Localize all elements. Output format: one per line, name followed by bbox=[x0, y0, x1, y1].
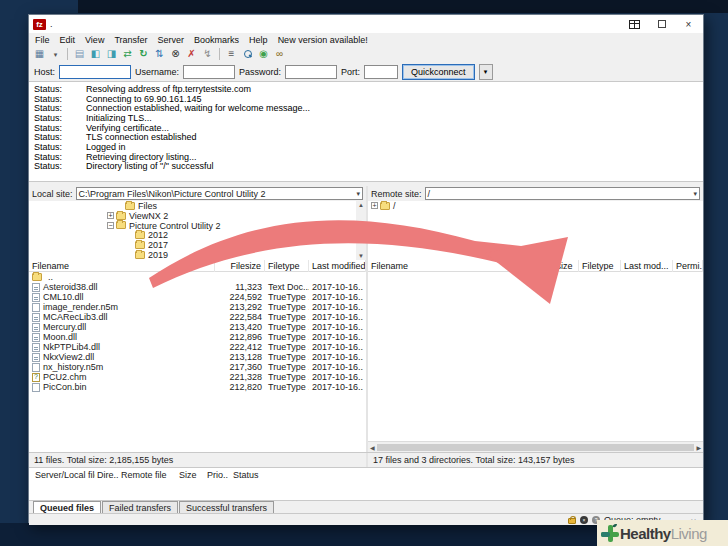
lock-icon[interactable] bbox=[568, 518, 576, 524]
menu-view[interactable]: View bbox=[85, 35, 104, 45]
file-row[interactable]: CML10.dll224,592TrueType ...2017-10-16.. bbox=[29, 292, 366, 302]
toolbar-separator bbox=[219, 48, 220, 60]
column-status[interactable]: Status bbox=[231, 470, 703, 480]
file-row[interactable]: NkPTPLib4.dll222,412TrueType ...2017-10-… bbox=[29, 342, 366, 352]
tab-successful-transfers[interactable]: Successful transfers bbox=[179, 501, 274, 513]
title-bar[interactable]: fz . × bbox=[29, 15, 703, 33]
expand-icon[interactable]: + bbox=[371, 202, 378, 209]
column-filesize[interactable]: Filesize bbox=[539, 260, 579, 272]
file-row-parent[interactable]: .. bbox=[29, 272, 366, 282]
remote-tree-pane[interactable]: +/ bbox=[368, 201, 703, 260]
column-direction[interactable]: Dire.. bbox=[95, 470, 119, 480]
file-row[interactable]: Moon.dll212,896TrueType ...2017-10-16.. bbox=[29, 332, 366, 342]
file-row[interactable]: NkxView2.dll213,128TrueType ...2017-10-1… bbox=[29, 352, 366, 362]
minimize-button[interactable] bbox=[628, 19, 641, 30]
log-row: Status:Resolving address of ftp.terrytes… bbox=[34, 84, 703, 94]
tree-item-2017[interactable]: 2017 bbox=[29, 240, 366, 250]
menu-server[interactable]: Server bbox=[158, 35, 185, 45]
remote-site-combobox[interactable]: / ▾ bbox=[425, 187, 700, 200]
refresh-button[interactable]: ↻ bbox=[137, 48, 150, 61]
reconnect-button[interactable]: ↯ bbox=[201, 48, 214, 61]
scroll-right-icon[interactable]: ▶ bbox=[696, 444, 701, 451]
port-input[interactable] bbox=[364, 65, 398, 79]
local-tree-pane[interactable]: Files +ViewNX 2 −Picture Control Utility… bbox=[29, 201, 366, 260]
column-filetype[interactable]: Filetype bbox=[265, 260, 309, 272]
log-message: Resolving address of ftp.terrytestsite.c… bbox=[86, 84, 251, 94]
folder-icon bbox=[135, 251, 145, 259]
quickconnect-dropdown[interactable]: ▾ bbox=[479, 64, 493, 80]
tree-item-label: 2017 bbox=[148, 240, 168, 250]
local-tree-toggle-button[interactable]: ◧ bbox=[89, 48, 102, 61]
file-icon bbox=[32, 303, 40, 312]
column-filename[interactable]: Filename bbox=[368, 260, 539, 272]
column-last-modified[interactable]: Last mod... bbox=[621, 260, 673, 272]
file-row[interactable]: image_render.n5m213,292TrueType ...2017-… bbox=[29, 302, 366, 312]
remote-horizontal-scrollbar[interactable]: ◀ ▶ bbox=[368, 441, 703, 452]
menu-help[interactable]: Help bbox=[249, 35, 268, 45]
transfer-queue-pane[interactable]: Server/Local file Dire.. Remote file Siz… bbox=[29, 467, 703, 500]
tree-item-viewnx2[interactable]: +ViewNX 2 bbox=[29, 211, 366, 221]
tree-item-2019[interactable]: 2019 bbox=[29, 250, 366, 260]
tab-queued-files[interactable]: Queued files bbox=[33, 501, 101, 513]
username-input[interactable] bbox=[183, 65, 235, 79]
queue-toggle-button[interactable]: ⇄ bbox=[121, 48, 134, 61]
disconnect-button[interactable]: ✗ bbox=[185, 48, 198, 61]
message-log[interactable]: Status:Resolving address of ftp.terrytes… bbox=[29, 81, 703, 182]
file-row[interactable]: Mercury.dll213,420TrueType ...2017-10-16… bbox=[29, 322, 366, 332]
scroll-left-icon[interactable]: ◀ bbox=[370, 444, 375, 451]
status-circle-icon[interactable]: × bbox=[580, 516, 588, 524]
menu-bookmarks[interactable]: Bookmarks bbox=[194, 35, 239, 45]
local-tree-scrollbar[interactable]: ▲▼ bbox=[356, 201, 366, 260]
scrollbar-thumb[interactable] bbox=[377, 444, 695, 451]
tree-item-2012[interactable]: 2012 bbox=[29, 230, 366, 240]
column-size[interactable]: Size bbox=[177, 470, 205, 480]
site-manager-dropdown[interactable]: ▾ bbox=[49, 48, 62, 61]
tree-item-picture-control-utility-2[interactable]: −Picture Control Utility 2 bbox=[29, 221, 366, 231]
remote-tree-toggle-button[interactable]: ◨ bbox=[105, 48, 118, 61]
filter-button[interactable]: ≡ bbox=[225, 48, 238, 61]
file-row[interactable]: PicCon.bin212,820TrueType ...2017-10-16.… bbox=[29, 382, 366, 392]
local-site-combobox[interactable]: C:\Program Files\Nikon\Picture Control U… bbox=[76, 187, 363, 200]
chevron-down-icon[interactable]: ▾ bbox=[693, 190, 697, 198]
quickconnect-button[interactable]: Quickconnect bbox=[402, 64, 475, 80]
file-row[interactable]: Asteroid38.dll11,323Text Doc...2017-10-1… bbox=[29, 282, 366, 292]
column-filename[interactable]: Filename bbox=[29, 260, 215, 272]
password-input[interactable] bbox=[285, 65, 337, 79]
message-log-toggle-button[interactable]: ▤ bbox=[73, 48, 86, 61]
remote-site-label: Remote site: bbox=[371, 189, 422, 199]
column-remote-file[interactable]: Remote file bbox=[119, 470, 177, 480]
tree-item-files[interactable]: Files bbox=[29, 201, 366, 211]
remote-file-list[interactable]: Filename Filesize Filetype Last mod... P… bbox=[368, 260, 703, 452]
site-manager-button[interactable]: ▦ bbox=[33, 48, 46, 61]
menu-transfer[interactable]: Transfer bbox=[114, 35, 147, 45]
compare-directories-button[interactable]: ◉ bbox=[257, 48, 270, 61]
column-priority[interactable]: Prio.. bbox=[205, 470, 231, 480]
cancel-button[interactable]: ⊗ bbox=[169, 48, 182, 61]
tab-failed-transfers[interactable]: Failed transfers bbox=[102, 501, 178, 513]
healthy-living-logo-icon bbox=[600, 523, 620, 543]
find-files-button[interactable]: ∞ bbox=[273, 48, 286, 61]
process-queue-button[interactable]: ⇅ bbox=[153, 48, 166, 61]
scroll-down-icon[interactable]: ▼ bbox=[358, 252, 364, 260]
local-file-list[interactable]: Filename Filesize Filetype Last modified… bbox=[29, 260, 366, 452]
file-row[interactable]: MCARecLib3.dll222,584TrueType ...2017-10… bbox=[29, 312, 366, 322]
file-row[interactable]: PCU2.chm221,328TrueType ...2017-10-16.. bbox=[29, 372, 366, 382]
column-permissions[interactable]: Permi... bbox=[673, 260, 703, 272]
file-row[interactable]: nx_history.n5m217,360TrueType ...2017-10… bbox=[29, 362, 366, 372]
column-last-modified[interactable]: Last modified bbox=[309, 260, 366, 272]
menu-file[interactable]: File bbox=[35, 35, 50, 45]
column-filetype[interactable]: Filetype bbox=[579, 260, 621, 272]
expand-icon[interactable]: + bbox=[107, 212, 114, 219]
maximize-button[interactable] bbox=[655, 19, 668, 30]
new-version-link[interactable]: New version available! bbox=[278, 35, 368, 45]
chevron-down-icon[interactable]: ▾ bbox=[356, 190, 360, 198]
column-filesize[interactable]: Filesize bbox=[215, 260, 265, 272]
tree-item-remote-root[interactable]: +/ bbox=[368, 201, 703, 211]
collapse-icon[interactable]: − bbox=[107, 222, 114, 229]
column-server-local-file[interactable]: Server/Local file bbox=[33, 470, 95, 480]
search-button[interactable] bbox=[241, 48, 254, 61]
host-input[interactable] bbox=[59, 65, 131, 79]
close-button[interactable]: × bbox=[682, 19, 695, 30]
menu-edit[interactable]: Edit bbox=[60, 35, 76, 45]
scroll-up-icon[interactable]: ▲ bbox=[358, 201, 364, 209]
